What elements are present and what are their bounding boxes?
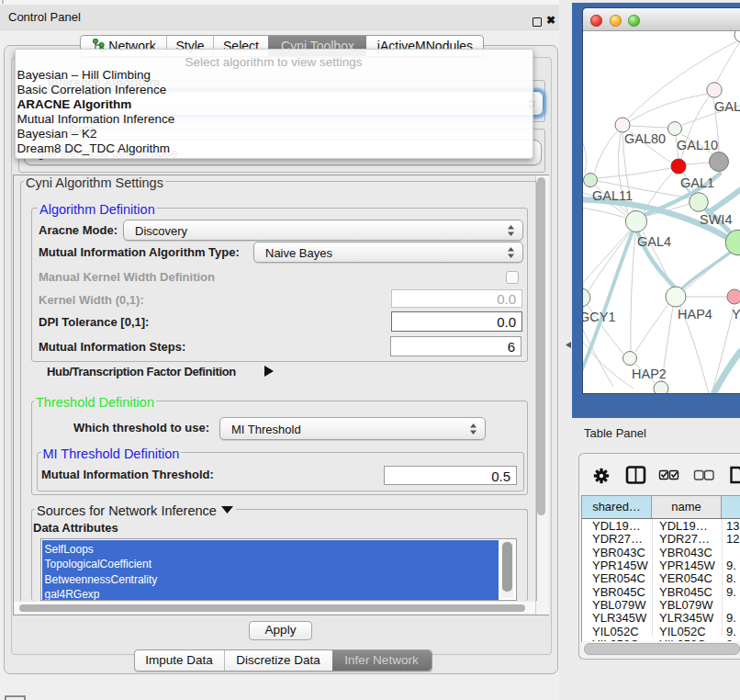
svg-text:HAP4: HAP4 (678, 307, 712, 322)
svg-text:HAP2: HAP2 (632, 367, 667, 381)
svg-text:SWI4: SWI4 (700, 212, 732, 227)
svg-text:GAL1: GAL1 (680, 175, 714, 190)
svg-text:GAL80: GAL80 (624, 131, 666, 146)
svg-text:GCY1: GCY1 (583, 310, 616, 324)
svg-text:YL: YL (732, 307, 740, 322)
svg-text:GAL2: GAL2 (714, 99, 740, 114)
svg-text:GAL4: GAL4 (637, 234, 671, 249)
svg-text:GAL11: GAL11 (592, 188, 633, 203)
svg-text:GAL10: GAL10 (677, 138, 718, 152)
